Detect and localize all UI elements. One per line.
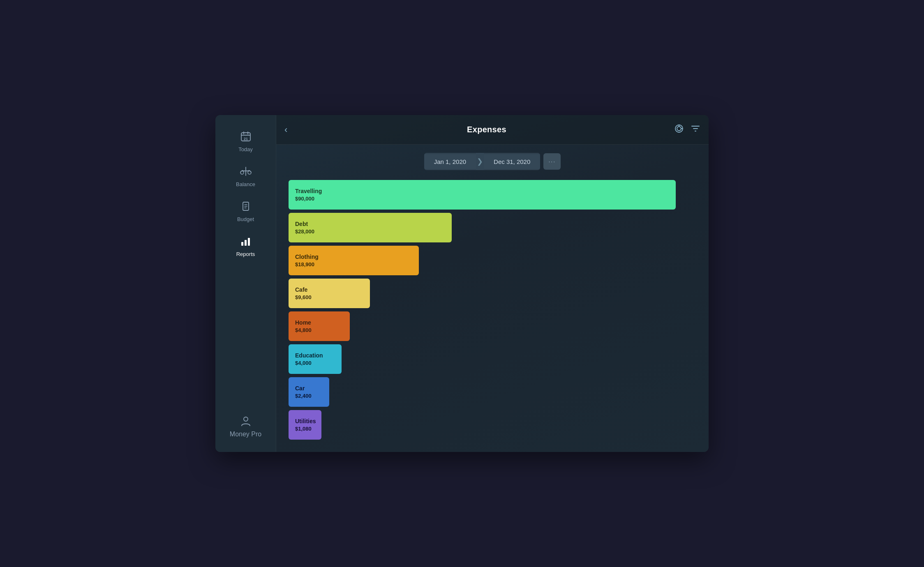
bar-car[interactable]: Car$2,400 — [289, 377, 329, 407]
svg-rect-15 — [241, 242, 243, 246]
sidebar-label-today: Today — [238, 146, 253, 152]
bar-utilities[interactable]: Utilities$1,080 — [289, 410, 321, 440]
bar-row: Home$4,800 — [289, 311, 696, 341]
bar-row: Debt$28,000 — [289, 213, 696, 242]
svg-point-18 — [244, 417, 248, 421]
date-range-pill[interactable]: Jan 1, 2020 ❯ Dec 31, 2020 — [424, 153, 541, 170]
page-title: Expenses — [467, 125, 506, 134]
date-end: Dec 31, 2020 — [484, 154, 540, 169]
bar-label: Car — [295, 385, 323, 392]
bar-label: Utilities — [295, 418, 315, 425]
bar-row: Car$2,400 — [289, 377, 696, 407]
bar-label: Clothing — [295, 254, 412, 260]
chart-area: Travelling$90,000Debt$28,000Clothing$18,… — [276, 180, 709, 452]
bar-cafe[interactable]: Cafe$9,600 — [289, 279, 370, 308]
bar-home[interactable]: Home$4,800 — [289, 311, 350, 341]
bar-row: Cafe$9,600 — [289, 279, 696, 308]
sidebar: 21 Today Balance — [215, 115, 276, 452]
bar-amount: $2,400 — [295, 393, 323, 399]
svg-rect-16 — [245, 240, 247, 246]
bar-amount: $28,000 — [295, 228, 445, 235]
bar-debt[interactable]: Debt$28,000 — [289, 213, 452, 242]
main-content: ‹ Expenses — [276, 115, 709, 452]
header: ‹ Expenses — [276, 115, 709, 145]
sidebar-item-today[interactable]: 21 Today — [215, 123, 276, 158]
app-window: 21 Today Balance — [215, 115, 709, 452]
sidebar-item-budget[interactable]: Budget — [215, 193, 276, 228]
bar-row: Travelling$90,000 — [289, 180, 696, 210]
bar-clothing[interactable]: Clothing$18,900 — [289, 246, 419, 275]
calendar-icon: 21 — [238, 129, 253, 144]
header-actions — [674, 124, 700, 136]
date-more-button[interactable]: ··· — [543, 153, 561, 170]
bar-amount: $9,600 — [295, 294, 363, 300]
bar-row: Clothing$18,900 — [289, 246, 696, 275]
date-start: Jan 1, 2020 — [424, 154, 476, 169]
date-bar: Jan 1, 2020 ❯ Dec 31, 2020 ··· — [276, 145, 709, 180]
sidebar-label-reports: Reports — [236, 251, 255, 257]
donut-chart-icon[interactable] — [674, 124, 684, 136]
bar-row: Education$4,000 — [289, 344, 696, 374]
svg-point-20 — [677, 127, 681, 131]
sidebar-item-moneypro[interactable]: Money Pro — [215, 409, 276, 444]
bar-amount: $18,900 — [295, 261, 412, 267]
bar-amount: $4,800 — [295, 327, 343, 333]
svg-rect-17 — [248, 238, 250, 246]
bar-label: Home — [295, 319, 343, 326]
bar-label: Debt — [295, 221, 445, 228]
sidebar-item-reports[interactable]: Reports — [215, 228, 276, 263]
bar-row: Utilities$1,080 — [289, 410, 696, 440]
bar-travelling[interactable]: Travelling$90,000 — [289, 180, 676, 210]
bar-label: Education — [295, 352, 335, 359]
reports-icon — [238, 234, 253, 249]
user-icon — [240, 415, 252, 428]
date-separator-arrow: ❯ — [476, 153, 484, 170]
sidebar-label-balance: Balance — [236, 181, 255, 187]
bar-education[interactable]: Education$4,000 — [289, 344, 342, 374]
filter-icon[interactable] — [691, 124, 700, 136]
bar-amount: $90,000 — [295, 196, 669, 202]
bar-amount: $4,000 — [295, 360, 335, 366]
balance-icon — [238, 164, 253, 179]
sidebar-item-balance[interactable]: Balance — [215, 158, 276, 193]
bar-amount: $1,080 — [295, 426, 315, 432]
back-button[interactable]: ‹ — [284, 124, 299, 135]
budget-icon — [238, 199, 253, 214]
sidebar-label-budget: Budget — [237, 216, 254, 222]
moneypro-label: Money Pro — [230, 431, 261, 438]
svg-text:21: 21 — [243, 137, 247, 141]
bar-label: Travelling — [295, 188, 669, 195]
bar-label: Cafe — [295, 286, 363, 293]
